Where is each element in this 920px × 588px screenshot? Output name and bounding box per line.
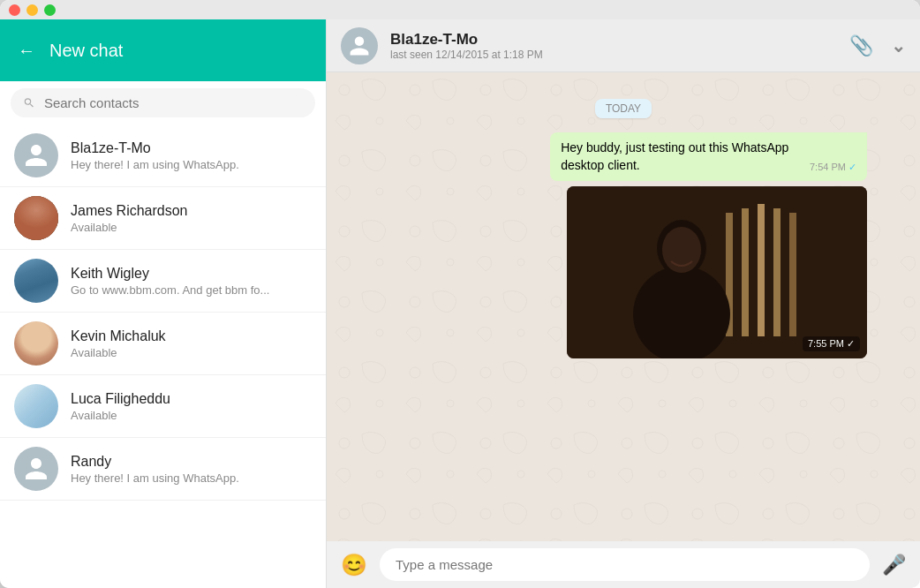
contact-item-bla1ze[interactable]: Bla1ze-T-Mo Hey there! I am using WhatsA…	[0, 124, 326, 187]
contact-info-luca: Luca Filigheddu Available	[71, 391, 312, 422]
contact-item-kevin[interactable]: Kevin Michaluk Available	[0, 313, 326, 375]
contact-status: Go to www.bbm.com. And get bbm fo...	[71, 283, 312, 297]
contact-status: Available	[71, 409, 312, 422]
sidebar-title: New chat	[49, 41, 123, 61]
svg-point-10	[633, 266, 730, 358]
contact-item-james[interactable]: James Richardson Available	[0, 187, 326, 250]
contact-info-bla1ze: Bla1ze-T-Mo Hey there! I am using WhatsA…	[71, 140, 312, 171]
svg-rect-7	[773, 208, 780, 336]
contact-info-kevin: Kevin Michaluk Available	[71, 328, 312, 359]
emoji-button[interactable]: 😊	[341, 553, 367, 577]
svg-rect-6	[758, 204, 765, 336]
chat-header-avatar	[341, 27, 378, 64]
chat-area: Bla1ze-T-Mo last seen 12/14/2015 at 1:18…	[327, 19, 920, 588]
search-input[interactable]	[44, 95, 303, 110]
contact-name: Kevin Michaluk	[71, 328, 312, 344]
chat-header-info: Bla1ze-T-Mo last seen 12/14/2015 at 1:18…	[390, 31, 837, 61]
chevron-down-icon[interactable]: ⌄	[891, 35, 906, 57]
avatar-randy	[14, 447, 58, 491]
contact-item-keith[interactable]: Keith Wigley Go to www.bbm.com. And get …	[0, 250, 326, 313]
avatar-bla1ze	[14, 133, 58, 177]
message-time: 7:54 PM ✓	[803, 161, 856, 174]
contact-status: Hey there! I am using WhatsApp.	[71, 158, 312, 171]
message-image-inner: 7:55 PM ✓	[567, 186, 867, 358]
svg-rect-8	[789, 213, 796, 336]
contact-status: Hey there! I am using WhatsApp.	[71, 471, 312, 485]
contact-name: James Richardson	[71, 203, 312, 219]
chat-input-area: 😊 🎤	[327, 541, 920, 588]
contacts-list: Bla1ze-T-Mo Hey there! I am using WhatsA…	[0, 124, 326, 588]
image-time-overlay: 7:55 PM ✓	[803, 336, 860, 351]
maximize-button[interactable]	[44, 4, 56, 16]
main-content: ← New chat	[0, 19, 920, 588]
contact-info-keith: Keith Wigley Go to www.bbm.com. And get …	[71, 266, 312, 297]
chat-header-last-seen: last seen 12/14/2015 at 1:18 PM	[390, 49, 837, 61]
app-window: ← New chat	[0, 0, 920, 588]
paperclip-icon[interactable]: 📎	[849, 34, 873, 57]
chat-header-name: Bla1ze-T-Mo	[390, 31, 837, 49]
message-image-bubble: 7:55 PM ✓	[567, 186, 867, 358]
contact-name: Keith Wigley	[71, 266, 312, 282]
contact-status: Available	[71, 346, 312, 359]
date-badge: TODAY	[595, 99, 652, 118]
message-bubble-1: Hey buddy, just testing out this WhatsAp…	[550, 132, 867, 181]
sidebar-header: ← New chat	[0, 19, 326, 81]
title-bar	[0, 0, 920, 19]
mic-button[interactable]: 🎤	[882, 554, 906, 577]
close-button[interactable]	[9, 4, 20, 16]
messages-area: TODAY Hey buddy, just testing out this W…	[327, 72, 920, 541]
contact-name: Luca Filigheddu	[71, 391, 312, 407]
search-icon	[23, 96, 35, 109]
contact-status: Available	[71, 221, 312, 234]
avatar-keith	[14, 259, 58, 303]
contact-name: Bla1ze-T-Mo	[71, 140, 312, 156]
svg-rect-5	[742, 208, 749, 336]
contact-item-luca[interactable]: Luca Filigheddu Available	[0, 375, 326, 438]
avatar-james	[14, 196, 58, 240]
search-input-wrapper	[11, 88, 315, 117]
contact-info-james: James Richardson Available	[71, 203, 312, 234]
contact-name: Randy	[71, 454, 312, 470]
avatar-kevin	[14, 321, 58, 366]
message-text: Hey buddy, just testing out this WhatsAp…	[561, 139, 796, 174]
chat-header-actions: 📎 ⌄	[849, 34, 906, 57]
message-input[interactable]	[380, 548, 870, 581]
sidebar: ← New chat	[0, 19, 327, 588]
back-button[interactable]: ←	[18, 41, 35, 61]
search-bar	[0, 81, 326, 124]
contact-item-randy[interactable]: Randy Hey there! I am using WhatsApp.	[0, 438, 326, 501]
chat-header: Bla1ze-T-Mo last seen 12/14/2015 at 1:18…	[327, 19, 920, 72]
minimize-button[interactable]	[26, 4, 38, 16]
avatar-luca	[14, 384, 58, 428]
contact-info-randy: Randy Hey there! I am using WhatsApp.	[71, 454, 312, 485]
message-text-row: Hey buddy, just testing out this WhatsAp…	[561, 139, 856, 174]
